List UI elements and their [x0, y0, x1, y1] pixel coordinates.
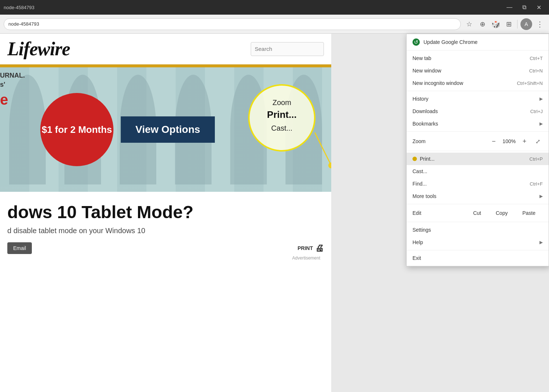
bookmarks-label: Bookmarks	[412, 121, 438, 127]
incognito-label: New incognito window	[412, 80, 463, 86]
find-item[interactable]: Find... Ctrl+F	[407, 178, 549, 190]
hero-banner: URNAL. s' e $1 for 2 Months View Options	[0, 67, 331, 192]
help-label: Help	[412, 239, 423, 245]
edit-label: Edit	[412, 210, 466, 216]
print-item[interactable]: Print... Ctrl+P	[407, 153, 549, 165]
site-header: Lifewire	[0, 34, 331, 64]
help-item[interactable]: Help ▶	[407, 236, 549, 249]
yellow-banner	[0, 64, 331, 67]
advertisement-label: Advertisement	[7, 254, 324, 262]
new-window-shortcut: Ctrl+N	[529, 68, 543, 74]
new-tab-section: New tab Ctrl+T New window Ctrl+N New inc…	[407, 51, 549, 91]
profile-icon[interactable]: A	[520, 18, 532, 30]
more-tools-label: More tools	[412, 193, 436, 199]
find-shortcut: Ctrl+F	[530, 181, 543, 187]
history-arrow: ▶	[539, 96, 543, 101]
promo-circle: $1 for 2 Months	[40, 93, 113, 166]
browser-toolbar: node-4584793 ☆ ⊕ 🎲 ⊞ A ⋮	[0, 15, 549, 34]
incognito-shortcut: Ctrl+Shift+N	[517, 81, 543, 86]
more-tools-item[interactable]: More tools ▶	[407, 190, 549, 202]
new-window-item[interactable]: New window Ctrl+N	[407, 64, 549, 77]
zoom-section: Zoom − 100% + ⤢	[407, 132, 549, 151]
incognito-item[interactable]: New incognito window Ctrl+Shift+N	[407, 77, 549, 89]
print-dot	[412, 157, 417, 161]
print-section-menu: Print... Ctrl+P Cast... Find... Ctrl+F M…	[407, 151, 549, 204]
update-label: Update Google Chrome	[423, 39, 478, 45]
title-bar: node-4584793 — ⧉ ✕	[0, 0, 549, 15]
window-controls: — ⧉ ✕	[503, 2, 545, 12]
paste-button[interactable]: Paste	[515, 208, 543, 218]
exit-item[interactable]: Exit	[407, 252, 549, 264]
downloads-shortcut: Ctrl+J	[530, 109, 543, 114]
view-options-button[interactable]: View Options	[121, 116, 215, 143]
help-arrow: ▶	[539, 240, 543, 245]
zoom-label: Zoom	[412, 138, 486, 144]
new-tab-shortcut: Ctrl+T	[530, 56, 543, 61]
site-logo: Lifewire	[7, 38, 70, 60]
extension-icon1[interactable]: ⊕	[477, 19, 488, 30]
downloads-label: Downloads	[412, 108, 438, 114]
zoom-value: 100%	[502, 138, 516, 144]
hero-figure	[285, 75, 322, 184]
zoom-row: Zoom − 100% + ⤢	[407, 133, 549, 149]
omnibox[interactable]: node-4584793	[4, 18, 461, 30]
zoom-minus-button[interactable]: −	[489, 136, 499, 146]
site-search-input[interactable]	[251, 42, 324, 56]
minimize-button[interactable]: —	[503, 2, 516, 12]
webpage-content: Lifewire URNAL. s' e $1 for 2 Months Vie…	[0, 34, 331, 392]
history-section: History ▶ Downloads Ctrl+J Bookmarks ▶	[407, 91, 549, 132]
cast-label: Cast...	[412, 168, 427, 174]
copy-button[interactable]: Copy	[489, 208, 515, 218]
extension-icon2[interactable]: 🎲	[490, 19, 501, 30]
toolbar-icons: ☆ ⊕ 🎲 ⊞ A ⋮	[464, 18, 545, 30]
extension-icon3[interactable]: ⊞	[503, 19, 514, 30]
print-section[interactable]: PRINT 🖨	[298, 243, 324, 253]
update-icon: ↺	[412, 38, 420, 46]
bookmark-icon[interactable]: ☆	[464, 19, 475, 30]
hero-figure	[230, 75, 267, 184]
print-shortcut: Ctrl+P	[530, 156, 543, 162]
fullscreen-button[interactable]: ⤢	[533, 136, 543, 146]
email-button[interactable]: Email	[7, 242, 32, 254]
cast-item[interactable]: Cast...	[407, 165, 549, 178]
new-window-label: New window	[412, 68, 441, 74]
history-label: History	[412, 96, 429, 102]
hero-content: $1 for 2 Months View Options	[40, 93, 215, 166]
context-menu: ↺ Update Google Chrome New tab Ctrl+T Ne…	[406, 34, 549, 266]
print-label-menu: Print...	[420, 156, 434, 162]
exit-label: Exit	[412, 255, 421, 261]
find-label: Find...	[412, 181, 427, 187]
article-section: dows 10 Tablet Mode? d disable tablet mo…	[0, 192, 331, 273]
exit-section: Exit	[407, 250, 549, 266]
article-actions: Email PRINT 🖨	[7, 242, 324, 254]
print-label: PRINT	[298, 245, 313, 251]
cut-button[interactable]: Cut	[466, 208, 489, 218]
toolbar-separator	[517, 20, 518, 29]
history-item[interactable]: History ▶	[407, 93, 549, 105]
new-tab-item[interactable]: New tab Ctrl+T	[407, 52, 549, 64]
more-tools-arrow: ▶	[539, 194, 543, 199]
edit-row: Edit Cut Copy Paste	[407, 206, 549, 220]
bookmarks-item[interactable]: Bookmarks ▶	[407, 117, 549, 130]
chrome-menu-icon[interactable]: ⋮	[534, 19, 545, 30]
article-subtitle: d disable tablet mode on your Windows 10	[7, 227, 324, 235]
downloads-item[interactable]: Downloads Ctrl+J	[407, 105, 549, 117]
update-chrome-item[interactable]: ↺ Update Google Chrome	[407, 34, 549, 51]
edit-section: Edit Cut Copy Paste	[407, 204, 549, 222]
tab-title: node-4584793	[4, 5, 34, 10]
settings-section: Settings Help ▶	[407, 222, 549, 250]
hero-left-text: URNAL. s' e	[0, 71, 25, 110]
bookmarks-arrow: ▶	[539, 121, 543, 126]
article-title: dows 10 Tablet Mode?	[7, 203, 324, 222]
zoom-plus-button[interactable]: +	[519, 136, 530, 146]
new-tab-label: New tab	[412, 55, 431, 61]
print-icon: 🖨	[315, 243, 324, 253]
settings-item[interactable]: Settings	[407, 224, 549, 236]
restore-button[interactable]: ⧉	[518, 2, 531, 12]
settings-label: Settings	[412, 227, 431, 233]
close-button[interactable]: ✕	[532, 2, 545, 12]
